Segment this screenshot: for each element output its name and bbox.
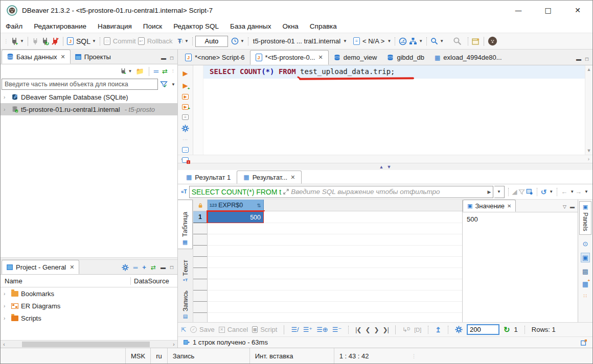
tree-item-scripts[interactable]: › Scripts bbox=[1, 312, 177, 324]
maximize-results-icon[interactable] bbox=[580, 339, 587, 346]
scroll-left-icon[interactable]: ‹ bbox=[1, 342, 8, 347]
close-button[interactable]: ✕ bbox=[563, 1, 592, 20]
sql-statement[interactable]: SELECT COUNT(*) FROM test_upload_data.tr… bbox=[210, 67, 395, 76]
minimize-panel-icon[interactable]: ▬ bbox=[570, 204, 575, 209]
tab-script-6[interactable]: J *<none> Script-6 bbox=[180, 50, 250, 65]
next-row-icon[interactable]: ❯ bbox=[374, 326, 379, 333]
disconnect-button[interactable] bbox=[50, 37, 60, 45]
rollback-button[interactable]: ↩ Rollback bbox=[137, 37, 174, 45]
sql-editor-content[interactable]: SELECT COUNT(*) FROM test_upload_data.tr… bbox=[193, 65, 585, 155]
tree-item-sample-db[interactable]: › DBeaver Sample Database (SQLite) bbox=[1, 91, 177, 103]
unsaved-doc-icon[interactable]: ! bbox=[182, 157, 189, 163]
tab-result-2-active[interactable]: ▦ Результат... ✕ bbox=[237, 171, 302, 184]
panel-menu-icon[interactable]: ▽ bbox=[563, 204, 566, 209]
cancel-button[interactable]: ✕ Cancel bbox=[219, 326, 248, 333]
maximize-button[interactable]: □ bbox=[533, 1, 563, 20]
side-tab-text[interactable]: Текст «T bbox=[178, 249, 193, 286]
tab-gibdd-db[interactable]: gibdd_db bbox=[382, 50, 429, 65]
scroll-right-icon[interactable]: › bbox=[170, 342, 177, 347]
close-icon[interactable]: ✕ bbox=[318, 54, 323, 61]
scrollbar-thumb[interactable] bbox=[22, 342, 150, 347]
scroll-up-icon[interactable]: ▲ bbox=[587, 67, 591, 72]
active-schema-combo[interactable]: ≡ < N/A > ▼ bbox=[352, 37, 392, 45]
new-tab-corner-icon[interactable]: ⇱ bbox=[181, 326, 186, 333]
menu-database[interactable]: База данных bbox=[230, 22, 271, 30]
transaction-mode-button[interactable]: Ŧ⁝ ▼ bbox=[177, 37, 190, 45]
last-row-icon[interactable]: ❯| bbox=[383, 326, 389, 333]
expand-chevron-icon[interactable]: › bbox=[4, 303, 9, 309]
collapse-all-icon[interactable]: ═ bbox=[154, 67, 158, 75]
maximize-panel-icon[interactable]: □ bbox=[585, 56, 588, 62]
column-header-datasource[interactable]: DataSource bbox=[130, 277, 177, 285]
prev-row-icon[interactable]: ❮ bbox=[365, 326, 370, 333]
fetch-size-input[interactable] bbox=[467, 324, 499, 335]
metadata-grid-icon[interactable]: ▦+ bbox=[582, 280, 588, 288]
menu-file[interactable]: Файл bbox=[6, 22, 22, 30]
menu-help[interactable]: Справка bbox=[310, 22, 337, 30]
side-tab-grid[interactable]: Таблица ▦ bbox=[178, 200, 193, 249]
menu-windows[interactable]: Окна bbox=[282, 22, 298, 30]
execute-script-new-icon[interactable]: ▶+ bbox=[182, 104, 189, 110]
calc-panel-icon[interactable]: ∷ bbox=[583, 293, 587, 299]
link-with-editor-icon[interactable]: ⇄ bbox=[151, 264, 156, 271]
export-icon[interactable]: ↥ bbox=[435, 326, 441, 334]
grouping-icon[interactable]: ⊙ bbox=[583, 240, 588, 248]
gear-icon[interactable] bbox=[181, 125, 189, 132]
commit-mode-field[interactable] bbox=[195, 36, 228, 47]
export-result-icon[interactable]: → bbox=[182, 147, 189, 153]
collapse-all-icon[interactable]: ═ bbox=[133, 264, 138, 271]
editor-hscrollbar[interactable]: ‹ › bbox=[178, 155, 592, 163]
search-metadata-button[interactable]: ▼ bbox=[429, 37, 445, 45]
collapse-down-icon[interactable]: ▼ bbox=[387, 164, 392, 169]
editor-results-splitter[interactable]: ▲ ▼ bbox=[178, 163, 592, 170]
collapse-up-icon[interactable]: ▲ bbox=[379, 164, 384, 169]
menu-navigation[interactable]: Навигация bbox=[98, 22, 132, 30]
value-view-icon[interactable]: ▣ bbox=[581, 253, 590, 262]
tab-value[interactable]: ▣ Значение ✕ bbox=[463, 200, 516, 212]
selected-value-cell[interactable]: 500 bbox=[208, 211, 264, 223]
filter-history-dropdown[interactable]: ▼ bbox=[494, 186, 505, 198]
value-panel-content[interactable]: 500 bbox=[463, 212, 578, 322]
row-number-cell[interactable]: 1 bbox=[193, 211, 208, 223]
gear-icon[interactable] bbox=[122, 264, 129, 271]
network-button[interactable]: ▼ bbox=[408, 37, 424, 45]
filter-more-icon[interactable]: ▶ bbox=[488, 189, 493, 195]
explain-plan-icon[interactable]: ≡ bbox=[182, 114, 189, 120]
execute-script-icon[interactable]: ▶ bbox=[182, 94, 189, 100]
minimize-panel-icon[interactable]: ▬ bbox=[161, 264, 166, 270]
open-view-button[interactable]: + bbox=[471, 37, 481, 45]
tab-exload[interactable]: ▦ exload_4994de80... bbox=[429, 50, 507, 65]
maximize-panel-icon[interactable]: □ bbox=[170, 55, 173, 61]
tab-script-7-active[interactable]: J *<t5-prostore-0... ✕ bbox=[250, 50, 329, 65]
maximize-panel-icon[interactable]: □ bbox=[170, 264, 173, 270]
expand-all-icon[interactable]: + bbox=[142, 263, 146, 271]
scroll-down-icon[interactable]: ▼ bbox=[587, 148, 591, 153]
grid-empty-area[interactable] bbox=[193, 223, 462, 322]
reconnect-button[interactable]: ↻ bbox=[40, 37, 50, 45]
column-header-expr0[interactable]: 123 EXPR$0 ⇅ bbox=[208, 200, 264, 211]
close-icon[interactable]: ✕ bbox=[290, 174, 295, 181]
tree-item-er-diagrams[interactable]: › ER Diagrams bbox=[1, 300, 177, 312]
edit-value-icon[interactable]: ☰/ bbox=[291, 326, 299, 333]
execute-statement-icon[interactable]: ▶ bbox=[183, 69, 188, 77]
menu-search[interactable]: Поиск bbox=[143, 22, 162, 30]
close-icon[interactable]: ✕ bbox=[61, 54, 65, 60]
refetch-icon[interactable]: ↻ bbox=[504, 325, 510, 334]
new-folder-button[interactable]: 📁 bbox=[135, 67, 144, 75]
commit-button[interactable]: □ Commit bbox=[103, 37, 137, 45]
new-connection-button[interactable]: + ▼ bbox=[9, 37, 25, 45]
close-icon[interactable]: ✕ bbox=[507, 203, 511, 209]
filter-settings-icon[interactable] bbox=[526, 188, 533, 195]
new-sql-editor-button[interactable]: J SQL ▼ bbox=[66, 37, 97, 45]
close-icon[interactable]: ✕ bbox=[70, 264, 74, 271]
minimize-button[interactable]: — bbox=[504, 1, 533, 20]
minimize-panel-icon[interactable]: ▬ bbox=[576, 56, 581, 62]
minimize-panel-icon[interactable]: ▬ bbox=[161, 55, 166, 61]
menu-sql-editor[interactable]: Редактор SQL bbox=[173, 22, 219, 30]
expand-chevron-icon[interactable]: › bbox=[4, 316, 9, 321]
script-button[interactable]: ▩ Script bbox=[252, 326, 277, 333]
expand-chevron-icon[interactable]: › bbox=[4, 94, 9, 100]
tab-databases[interactable]: Базы данных ✕ bbox=[2, 50, 71, 64]
duplicate-row-icon[interactable]: ☰⊕ bbox=[316, 326, 328, 333]
scroll-right-icon[interactable]: › bbox=[588, 156, 589, 162]
